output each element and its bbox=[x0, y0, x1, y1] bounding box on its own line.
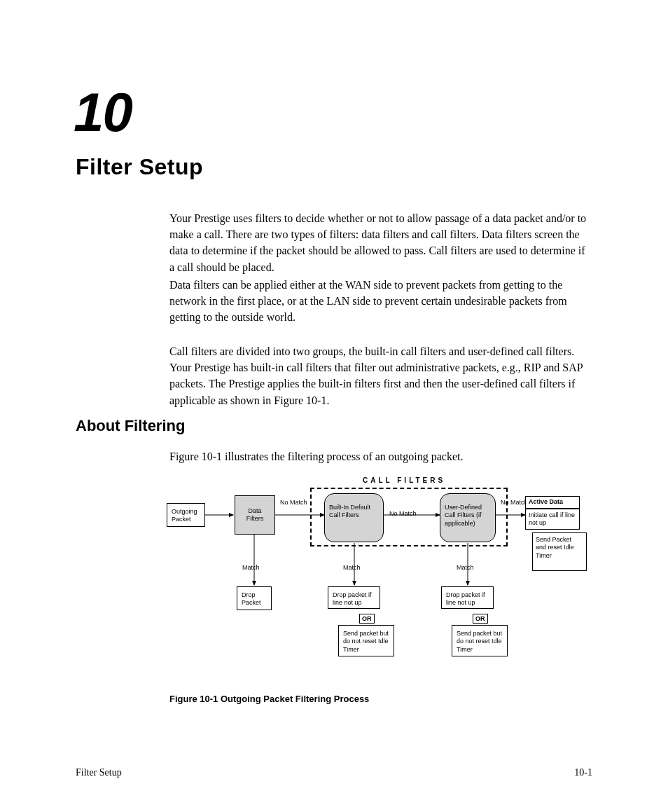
box-data-filters: Data Filters bbox=[235, 495, 275, 535]
box-builtin-filters: Built-In Default Call Filters bbox=[324, 493, 384, 542]
label-match-3: Match bbox=[457, 564, 474, 571]
box-active-data: Active Data bbox=[525, 496, 580, 509]
chapter-title: Filter Setup bbox=[76, 154, 203, 180]
chapter-number: 10 bbox=[74, 81, 132, 144]
footer-left: Filter Setup bbox=[76, 767, 122, 778]
label-no-match-1: No Match bbox=[280, 499, 307, 506]
paragraph-2: Data filters can be applied either at th… bbox=[169, 277, 590, 326]
box-drop-packet: Drop Packet bbox=[237, 586, 272, 610]
box-user-defined-filters: User-Defined Call Filters (if applicable… bbox=[440, 493, 496, 542]
label-no-match-3: No Match bbox=[501, 499, 528, 506]
label-match-1: Match bbox=[242, 564, 260, 571]
box-send-no-reset-2: Send packet but do not reset Idle Timer bbox=[452, 625, 508, 656]
box-outgoing-packet: Outgoing Packet bbox=[167, 503, 205, 527]
box-send-no-reset-1: Send packet but do not reset Idle Timer bbox=[338, 625, 394, 656]
label-no-match-2: No Match bbox=[389, 510, 417, 517]
box-initiate-call: Initiate call if line not up bbox=[525, 509, 580, 530]
footer-right: 10-1 bbox=[574, 767, 592, 778]
flow-diagram: Outgoing Packet Data Filters No Match Ma… bbox=[167, 476, 594, 680]
paragraph-1: Your Prestige uses filters to decide whe… bbox=[169, 210, 590, 275]
figure-caption: Figure 10-1 Outgoing Packet Filtering Pr… bbox=[169, 694, 369, 704]
page: 10 Filter Setup Your Prestige uses filte… bbox=[0, 0, 668, 812]
box-drop-if-not-up-1: Drop packet if line not up bbox=[328, 586, 380, 609]
label-call-filters: CALL FILTERS bbox=[363, 476, 445, 484]
paragraph-3: Call filters are divided into two groups… bbox=[169, 343, 590, 408]
box-drop-if-not-up-2: Drop packet if line not up bbox=[441, 586, 494, 609]
label-match-2: Match bbox=[343, 564, 361, 571]
paragraph-4: Figure 10-1 illustrates the filtering pr… bbox=[169, 448, 590, 465]
or-label-2: OR bbox=[473, 614, 488, 624]
box-send-reset: Send Packet and reset Idle Timer bbox=[532, 532, 587, 571]
or-label-1: OR bbox=[359, 614, 375, 624]
section-title: About Filtering bbox=[76, 417, 185, 435]
